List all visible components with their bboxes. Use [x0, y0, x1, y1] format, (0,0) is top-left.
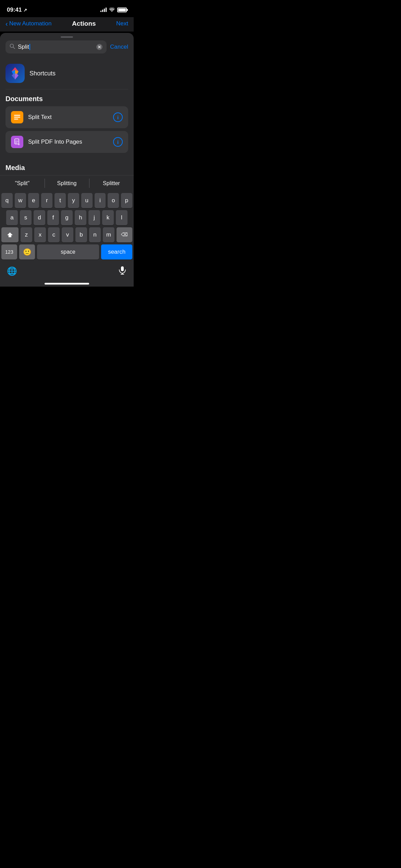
- sheet-area: Split Cancel: [0, 33, 134, 175]
- media-section: Media: [5, 156, 128, 175]
- status-time: 09:41 ↗: [7, 7, 27, 13]
- keyboard: q w e r t y u i o p a s d f g h j k l z …: [0, 191, 134, 262]
- key-w[interactable]: w: [15, 193, 26, 208]
- key-u[interactable]: u: [81, 193, 93, 208]
- key-d[interactable]: d: [34, 210, 45, 225]
- svg-rect-12: [14, 115, 20, 116]
- status-bar: 09:41 ↗: [0, 0, 134, 17]
- search-key[interactable]: search: [101, 244, 132, 260]
- key-i[interactable]: i: [95, 193, 106, 208]
- key-n[interactable]: n: [89, 227, 101, 242]
- split-text-info-button[interactable]: i: [113, 112, 123, 122]
- autocomplete-splitting[interactable]: Splitting: [45, 176, 89, 191]
- chevron-left-icon: ‹: [5, 20, 8, 27]
- battery-icon: [117, 8, 127, 12]
- home-bar: [45, 283, 89, 285]
- key-s[interactable]: s: [20, 210, 32, 225]
- documents-header: Documents: [5, 89, 128, 106]
- shortcuts-app-name: Shortcuts: [29, 70, 56, 77]
- svg-marker-19: [7, 232, 13, 237]
- key-o[interactable]: o: [108, 193, 119, 208]
- key-t[interactable]: t: [54, 193, 66, 208]
- shortcuts-section: Shortcuts: [5, 58, 128, 89]
- key-g[interactable]: g: [61, 210, 73, 225]
- space-key[interactable]: space: [37, 244, 99, 260]
- svg-text:⌫: ⌫: [121, 232, 128, 237]
- back-button[interactable]: ‹ New Automation: [5, 20, 51, 27]
- keyboard-toolbar: 🌐: [0, 262, 134, 280]
- key-a[interactable]: a: [6, 210, 18, 225]
- media-header: Media: [5, 158, 128, 175]
- svg-rect-21: [121, 266, 124, 271]
- shortcuts-app-item[interactable]: Shortcuts: [5, 62, 128, 85]
- documents-section: Documents Split Text i: [5, 89, 128, 153]
- microphone-icon[interactable]: [118, 266, 127, 277]
- search-input[interactable]: Split: [18, 44, 94, 50]
- split-text-item[interactable]: Split Text i: [5, 106, 128, 128]
- key-h[interactable]: h: [75, 210, 86, 225]
- svg-rect-13: [14, 117, 20, 118]
- key-r[interactable]: r: [41, 193, 52, 208]
- key-k[interactable]: k: [102, 210, 114, 225]
- next-button[interactable]: Next: [116, 20, 128, 27]
- key-z[interactable]: z: [21, 227, 32, 242]
- key-e[interactable]: e: [28, 193, 39, 208]
- key-p[interactable]: p: [121, 193, 132, 208]
- autocomplete-split-quoted[interactable]: "Split": [0, 176, 45, 191]
- key-v[interactable]: v: [62, 227, 73, 242]
- status-icons: [100, 7, 127, 13]
- keyboard-row-3: z x c v b n m ⌫: [0, 225, 134, 242]
- emoji-key[interactable]: 🙂: [19, 244, 35, 260]
- svg-rect-14: [14, 119, 18, 120]
- key-j[interactable]: j: [88, 210, 100, 225]
- wifi-icon: [109, 7, 115, 13]
- nav-header: ‹ New Automation Actions Next: [0, 17, 134, 32]
- keyboard-row-1: q w e r t y u i o p: [0, 191, 134, 208]
- location-icon: ↗: [23, 8, 27, 13]
- search-icon: [10, 44, 15, 50]
- key-c[interactable]: c: [48, 227, 60, 242]
- numbers-key[interactable]: 123: [1, 244, 17, 260]
- search-container: Split Cancel: [0, 40, 134, 58]
- back-label: New Automation: [9, 20, 52, 27]
- svg-rect-15: [15, 139, 19, 144]
- cancel-button[interactable]: Cancel: [110, 44, 128, 50]
- key-l[interactable]: l: [116, 210, 127, 225]
- drag-handle: [61, 36, 73, 38]
- key-m[interactable]: m: [103, 227, 114, 242]
- text-cursor: [29, 44, 30, 50]
- autocomplete-bar: "Split" Splitting Splitter: [0, 175, 134, 191]
- sheet-handle: [0, 33, 134, 40]
- split-text-icon: [11, 111, 23, 123]
- home-indicator: [0, 280, 134, 287]
- globe-icon[interactable]: 🌐: [7, 266, 17, 276]
- search-bar[interactable]: Split: [5, 40, 107, 53]
- key-q[interactable]: q: [1, 193, 13, 208]
- page-title: Actions: [72, 20, 96, 27]
- split-pdf-item[interactable]: Split PDF Into Pages i: [5, 131, 128, 153]
- clear-button[interactable]: [96, 44, 102, 50]
- content-area: Shortcuts Documents Split Text: [0, 58, 134, 175]
- key-f[interactable]: f: [47, 210, 59, 225]
- keyboard-row-2: a s d f g h j k l: [0, 208, 134, 225]
- shortcuts-app-icon: [5, 64, 25, 83]
- split-pdf-icon: [11, 136, 23, 148]
- split-text-name: Split Text: [28, 114, 52, 121]
- delete-key[interactable]: ⌫: [117, 227, 132, 242]
- split-pdf-name: Split PDF Into Pages: [28, 138, 82, 145]
- key-b[interactable]: b: [75, 227, 87, 242]
- split-pdf-info-button[interactable]: i: [113, 137, 123, 147]
- svg-line-1: [13, 47, 15, 49]
- signal-bars: [100, 8, 107, 12]
- key-y[interactable]: y: [68, 193, 79, 208]
- autocomplete-splitter[interactable]: Splitter: [89, 176, 134, 191]
- keyboard-row-4: 123 🙂 space search: [0, 242, 134, 262]
- shift-key[interactable]: [1, 227, 19, 242]
- key-x[interactable]: x: [34, 227, 46, 242]
